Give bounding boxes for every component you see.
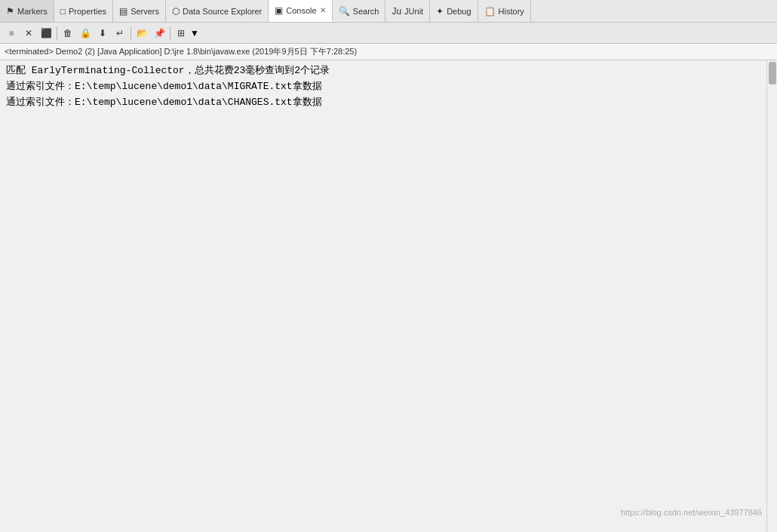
console-close-icon[interactable]: ✕ [320, 6, 326, 14]
tab-properties-label: Properties [69, 7, 106, 16]
tab-datasource-label: Data Source Explorer [183, 7, 262, 16]
datasource-icon: ⬡ [172, 6, 180, 17]
toolbar-separator-2 [131, 26, 131, 40]
search-icon: 🔍 [339, 6, 350, 17]
watermark: https://blog.csdn.net/weixin_43977846 [621, 508, 762, 517]
history-icon: 📋 [484, 6, 496, 17]
tab-history[interactable]: 📋 History [478, 0, 531, 22]
console-output: 匹配 EarlyTerminating-Collector，总共花费23毫秒查询… [0, 60, 777, 532]
terminate-button[interactable]: ✕ [20, 25, 37, 42]
tab-markers-label: Markers [17, 7, 48, 16]
tab-console[interactable]: ▣ Console ✕ [269, 0, 332, 22]
markers-icon: ⚑ [6, 6, 14, 17]
tab-search-label: Search [353, 7, 379, 16]
toolbar-separator-1 [57, 26, 57, 40]
console-line-1: 匹配 EarlyTerminating-Collector，总共花费23毫秒查询… [6, 63, 771, 79]
toolbar-separator-3 [170, 26, 170, 40]
tab-debug-label: Debug [447, 7, 471, 16]
disconnect-button[interactable]: ⬛ [38, 25, 54, 42]
ide-window: ⚑ Markers □ Properties ▤ Servers ⬡ Data … [0, 0, 777, 532]
open-file-button[interactable]: 📂 [134, 25, 150, 42]
tab-history-label: History [499, 7, 524, 16]
vertical-scrollbar[interactable] [766, 60, 777, 532]
tab-servers-label: Servers [131, 7, 159, 16]
tab-datasource[interactable]: ⬡ Data Source Explorer [166, 0, 269, 22]
junit-icon: Ju [392, 6, 401, 17]
word-wrap-button[interactable]: ↵ [112, 25, 128, 42]
console-line-2: 通过索引文件：E:\temp\lucene\demo1\data\MIGRATE… [6, 79, 771, 95]
tab-junit-label: JUnit [404, 7, 423, 16]
stop-button[interactable]: ■ [3, 25, 20, 42]
console-icon: ▣ [275, 5, 283, 16]
tab-markers[interactable]: ⚑ Markers [0, 0, 54, 22]
status-text: <terminated> Demo2 (2) [Java Application… [5, 46, 357, 57]
status-bar: <terminated> Demo2 (2) [Java Application… [0, 44, 777, 60]
scroll-end-button[interactable]: ⬇ [94, 25, 111, 42]
console-dropdown-button[interactable]: ▼ [190, 28, 199, 38]
clear-button[interactable]: 🗑 [60, 25, 76, 42]
console-line-3: 通过索引文件：E:\temp\lucene\demo1\data\CHANGES… [6, 95, 771, 111]
debug-icon: ✦ [436, 6, 444, 17]
tab-console-label: Console [286, 6, 316, 15]
console-wrapper: 匹配 EarlyTerminating-Collector，总共花费23毫秒查询… [0, 60, 777, 532]
tab-debug[interactable]: ✦ Debug [430, 0, 478, 22]
tab-servers[interactable]: ▤ Servers [113, 0, 166, 22]
servers-icon: ▤ [119, 6, 127, 17]
console-dropdown-arrow: ▼ [190, 28, 199, 38]
tab-properties[interactable]: □ Properties [54, 0, 113, 22]
properties-icon: □ [60, 6, 66, 17]
scroll-lock-button[interactable]: 🔒 [77, 25, 94, 42]
scrollbar-thumb[interactable] [769, 62, 776, 85]
main-area: ■ ✕ ⬛ 🗑 🔒 ⬇ ↵ 📂 📌 ⊞ ▼ <terminated> Demo2 [0, 23, 777, 532]
tab-bar: ⚑ Markers □ Properties ▤ Servers ⬡ Data … [0, 0, 777, 23]
tab-junit[interactable]: Ju JUnit [385, 0, 430, 22]
console-toolbar: ■ ✕ ⬛ 🗑 🔒 ⬇ ↵ 📂 📌 ⊞ ▼ [0, 23, 777, 44]
tab-search[interactable]: 🔍 Search [333, 0, 386, 22]
toolbar-group-left: ■ ✕ ⬛ 🗑 🔒 ⬇ ↵ 📂 📌 ⊞ ▼ [3, 25, 199, 42]
new-console-button[interactable]: ⊞ [173, 25, 189, 42]
pin-button[interactable]: 📌 [151, 25, 167, 42]
